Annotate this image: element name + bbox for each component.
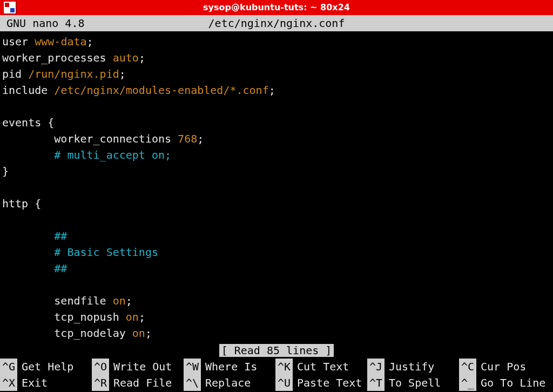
shortcut-label: Exit — [22, 375, 48, 391]
nano-header: GNU nano 4.8 /etc/nginx/nginx.conf — [0, 15, 553, 31]
text-segment — [2, 213, 9, 226]
shortcut-key: ^X — [0, 375, 17, 391]
shortcut-row-1: ^GGet Help^OWrite Out^WWhere Is^KCut Tex… — [0, 359, 553, 375]
window-menu-icon[interactable] — [3, 1, 16, 14]
text-segment: tcp_nopush — [2, 310, 126, 323]
text-segment: on — [113, 294, 126, 307]
shortcut-key: ^O — [92, 359, 109, 375]
shortcut-label: Go To Line — [481, 375, 545, 391]
shortcut-label: Where Is — [205, 359, 257, 375]
text-segment — [2, 262, 54, 275]
text-segment: } — [2, 165, 9, 178]
shortcut-key: ^G — [0, 359, 17, 375]
shortcut-item[interactable]: ^XExit — [0, 375, 92, 391]
shortcut-item[interactable]: ^RRead File — [92, 375, 184, 391]
shortcut-item[interactable]: ^GGet Help — [0, 359, 92, 375]
editor-line[interactable]: sendfile on; — [2, 293, 553, 309]
text-segment: /run/nginx.pid — [28, 67, 119, 80]
shortcut-item[interactable]: ^WWhere Is — [184, 359, 275, 375]
editor-line[interactable] — [2, 212, 553, 228]
shortcut-key: ^C — [459, 359, 476, 375]
shortcut-row-2: ^XExit^RRead File^\Replace^UPaste Text^T… — [0, 375, 553, 391]
editor-buffer[interactable]: user www-data;worker_processes auto;pid … — [0, 31, 553, 341]
text-segment: auto — [113, 51, 139, 64]
text-segment: events { — [2, 116, 54, 129]
text-segment: ; — [126, 294, 132, 307]
text-segment: ; — [197, 132, 204, 145]
editor-line[interactable] — [2, 179, 553, 195]
editor-line[interactable] — [2, 98, 553, 114]
window-titlebar[interactable]: sysop@kubuntu-tuts: ~ 80x24 — [0, 0, 553, 15]
text-segment: on — [126, 310, 139, 323]
text-segment: ; — [139, 51, 145, 64]
text-segment: include — [2, 84, 54, 97]
terminal-window: sysop@kubuntu-tuts: ~ 80x24 GNU nano 4.8… — [0, 0, 553, 392]
shortcut-item[interactable]: ^_Go To Line — [459, 375, 551, 391]
editor-line[interactable]: ## — [2, 260, 553, 276]
text-segment: worker_connections — [2, 132, 178, 145]
shortcut-item[interactable]: ^KCut Text — [275, 359, 367, 375]
text-segment: ; — [119, 67, 126, 80]
text-segment: ; — [87, 35, 93, 48]
text-segment: ; — [269, 84, 275, 97]
editor-line[interactable]: tcp_nopush on; — [2, 309, 553, 325]
nano-shortcut-bar: ^GGet Help^OWrite Out^WWhere Is^KCut Tex… — [0, 359, 553, 392]
text-segment: 768 — [178, 132, 197, 145]
shortcut-label: To Spell — [389, 375, 441, 391]
text-segment — [2, 100, 9, 113]
shortcut-item[interactable]: ^JJustify — [367, 359, 459, 375]
editor-line[interactable]: pid /run/nginx.pid; — [2, 66, 553, 82]
editor-line[interactable] — [2, 276, 553, 293]
text-segment — [2, 229, 54, 242]
editor-line[interactable]: # Basic Settings — [2, 244, 553, 260]
shortcut-key: ^_ — [459, 375, 476, 391]
shortcut-label: Read File — [113, 375, 172, 391]
editor-line[interactable]: worker_connections 768; — [2, 131, 553, 147]
text-segment: tcp_nodelay — [2, 327, 132, 340]
editor-line[interactable]: # multi_accept on; — [2, 147, 553, 163]
nano-status-line: [ Read 85 lines ] — [0, 341, 553, 359]
shortcut-key: ^K — [275, 359, 293, 375]
text-segment — [2, 148, 54, 161]
text-segment: pid — [2, 67, 28, 80]
editor-line[interactable]: } — [2, 163, 553, 179]
shortcut-key: ^W — [184, 359, 201, 375]
editor-line[interactable]: ## — [2, 228, 553, 244]
text-segment: on — [132, 327, 145, 340]
text-segment: ## — [54, 229, 67, 242]
window-title: sysop@kubuntu-tuts: ~ 80x24 — [0, 1, 553, 14]
shortcut-label: Replace — [205, 375, 251, 391]
text-segment — [2, 246, 54, 259]
shortcut-item[interactable]: ^TTo Spell — [367, 375, 459, 391]
shortcut-key: ^R — [92, 375, 109, 391]
text-segment: sendfile — [2, 294, 113, 307]
shortcut-label: Justify — [389, 359, 434, 375]
text-segment: user — [2, 35, 35, 48]
editor-line[interactable]: worker_processes auto; — [2, 50, 553, 66]
nano-file-name: /etc/nginx/nginx.conf — [0, 15, 553, 31]
shortcut-item[interactable]: ^CCur Pos — [459, 359, 551, 375]
shortcut-item[interactable]: ^\Replace — [184, 375, 275, 391]
shortcut-key: ^U — [275, 375, 293, 391]
shortcut-key: ^J — [367, 359, 385, 375]
shortcut-label: Paste Text — [297, 375, 362, 391]
shortcut-label: Cur Pos — [481, 359, 526, 375]
shortcut-item[interactable]: ^UPaste Text — [275, 375, 367, 391]
editor-line[interactable]: events { — [2, 114, 553, 131]
shortcut-key: ^\ — [184, 375, 201, 391]
text-segment: www-data — [35, 35, 86, 48]
shortcut-item[interactable]: ^OWrite Out — [92, 359, 184, 375]
text-segment — [2, 278, 9, 291]
editor-line[interactable]: include /etc/nginx/modules-enabled/*.con… — [2, 82, 553, 98]
editor-line[interactable]: http { — [2, 195, 553, 212]
text-segment — [2, 181, 9, 194]
shortcut-label: Cut Text — [297, 359, 349, 375]
text-segment: ; — [139, 310, 145, 323]
text-segment: ## — [54, 262, 67, 275]
text-segment: /etc/nginx/modules-enabled/*.conf — [54, 84, 268, 97]
editor-line[interactable]: user www-data; — [2, 33, 553, 50]
text-segment: # multi_accept on; — [54, 148, 171, 161]
text-segment: worker_processes — [2, 51, 113, 64]
text-segment: http { — [2, 197, 41, 210]
editor-line[interactable]: tcp_nodelay on; — [2, 325, 553, 341]
